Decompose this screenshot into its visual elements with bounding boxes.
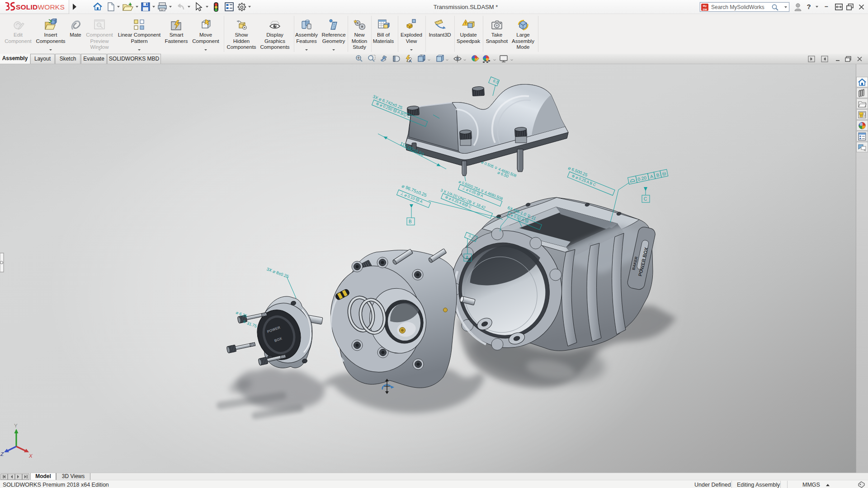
svg-text:A: A (650, 174, 654, 179)
svg-text:A: A (466, 255, 469, 260)
svg-text:3X ⌀ 8±0.25: 3X ⌀ 8±0.25 (266, 267, 289, 279)
svg-text:SOLIDWORKS: SOLIDWORKS (16, 3, 65, 11)
svg-text:X: X (28, 453, 33, 459)
svg-text:Ⓜ: Ⓜ (662, 171, 667, 177)
svg-text:B: B (409, 219, 412, 224)
svg-text:C: C (644, 197, 647, 202)
svg-text:B: B (656, 173, 660, 178)
svg-text:6.5: 6.5 (492, 79, 499, 85)
svg-text:Y: Y (14, 423, 18, 428)
svg-text:⌀ 0.505 ∓ 4.4680.508: ⌀ 0.505 ∓ 4.4680.508 (481, 160, 517, 178)
svg-text:Z: Z (0, 451, 4, 457)
svg-text:∓ 31.75: ∓ 31.75 (242, 319, 257, 328)
svg-text:!: ! (465, 21, 467, 25)
svg-text:A: A (409, 59, 412, 63)
